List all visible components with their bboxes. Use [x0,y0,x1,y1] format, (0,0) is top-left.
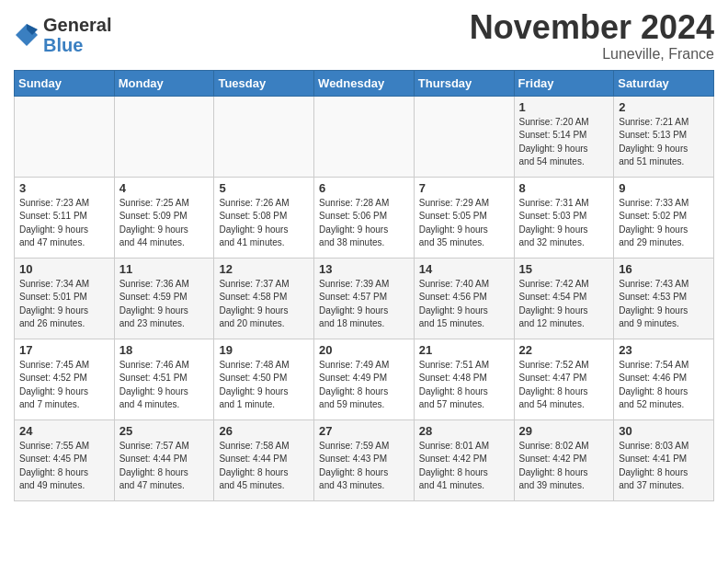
logo-icon [14,22,40,48]
calendar-cell: 12Sunrise: 7:37 AM Sunset: 4:58 PM Dayli… [214,258,314,339]
day-info: Sunrise: 7:28 AM Sunset: 5:06 PM Dayligh… [319,197,409,250]
day-number: 29 [519,424,609,438]
calendar-cell: 27Sunrise: 7:59 AM Sunset: 4:43 PM Dayli… [314,419,415,500]
day-number: 23 [619,343,709,357]
day-info: Sunrise: 7:49 AM Sunset: 4:49 PM Dayligh… [319,359,409,412]
logo: General Blue [14,15,111,55]
logo-general-text: General [43,15,111,35]
calendar-cell: 23Sunrise: 7:54 AM Sunset: 4:46 PM Dayli… [614,339,714,419]
day-info: Sunrise: 7:43 AM Sunset: 4:53 PM Dayligh… [619,278,709,331]
calendar-cell: 4Sunrise: 7:25 AM Sunset: 5:09 PM Daylig… [114,177,214,258]
calendar-week-5: 24Sunrise: 7:55 AM Sunset: 4:45 PM Dayli… [15,419,714,500]
calendar-cell: 1Sunrise: 7:20 AM Sunset: 5:14 PM Daylig… [514,96,614,177]
day-info: Sunrise: 7:37 AM Sunset: 4:58 PM Dayligh… [219,278,309,331]
day-number: 8 [519,181,609,195]
day-number: 4 [119,181,210,195]
day-number: 27 [319,424,409,438]
day-info: Sunrise: 7:33 AM Sunset: 5:02 PM Dayligh… [619,197,709,250]
header-day-thursday: Thursday [414,70,514,96]
day-number: 3 [19,181,109,195]
day-number: 21 [419,343,509,357]
day-info: Sunrise: 7:23 AM Sunset: 5:11 PM Dayligh… [19,197,109,250]
day-info: Sunrise: 7:52 AM Sunset: 4:47 PM Dayligh… [519,359,609,412]
calendar-week-1: 1Sunrise: 7:20 AM Sunset: 5:14 PM Daylig… [15,96,714,177]
calendar-cell: 15Sunrise: 7:42 AM Sunset: 4:54 PM Dayli… [514,258,614,339]
day-info: Sunrise: 7:59 AM Sunset: 4:43 PM Dayligh… [319,440,409,493]
day-info: Sunrise: 7:26 AM Sunset: 5:08 PM Dayligh… [219,197,309,250]
calendar-cell: 17Sunrise: 7:45 AM Sunset: 4:52 PM Dayli… [15,339,115,419]
calendar-cell [15,96,115,177]
day-info: Sunrise: 7:42 AM Sunset: 4:54 PM Dayligh… [519,278,609,331]
calendar-cell: 11Sunrise: 7:36 AM Sunset: 4:59 PM Dayli… [114,258,214,339]
calendar-cell: 8Sunrise: 7:31 AM Sunset: 5:03 PM Daylig… [514,177,614,258]
day-number: 18 [119,343,210,357]
calendar-cell: 13Sunrise: 7:39 AM Sunset: 4:57 PM Dayli… [314,258,415,339]
day-number: 5 [219,181,309,195]
calendar-cell: 30Sunrise: 8:03 AM Sunset: 4:41 PM Dayli… [614,419,714,500]
calendar-cell: 5Sunrise: 7:26 AM Sunset: 5:08 PM Daylig… [214,177,314,258]
calendar-cell [314,96,415,177]
calendar-week-2: 3Sunrise: 7:23 AM Sunset: 5:11 PM Daylig… [15,177,714,258]
header-day-friday: Friday [514,70,614,96]
calendar-cell: 26Sunrise: 7:58 AM Sunset: 4:44 PM Dayli… [214,419,314,500]
day-info: Sunrise: 7:45 AM Sunset: 4:52 PM Dayligh… [19,359,109,412]
header-day-monday: Monday [114,70,214,96]
calendar-cell: 14Sunrise: 7:40 AM Sunset: 4:56 PM Dayli… [414,258,514,339]
calendar-cell: 21Sunrise: 7:51 AM Sunset: 4:48 PM Dayli… [414,339,514,419]
day-number: 28 [419,424,509,438]
month-title: November 2024 [470,9,714,46]
day-number: 11 [119,262,210,276]
calendar-cell: 29Sunrise: 8:02 AM Sunset: 4:42 PM Dayli… [514,419,614,500]
day-info: Sunrise: 7:48 AM Sunset: 4:50 PM Dayligh… [219,359,309,412]
logo-text: General Blue [43,15,111,55]
day-info: Sunrise: 7:55 AM Sunset: 4:45 PM Dayligh… [19,440,109,493]
day-info: Sunrise: 7:46 AM Sunset: 4:51 PM Dayligh… [119,359,210,412]
day-info: Sunrise: 7:58 AM Sunset: 4:44 PM Dayligh… [219,440,309,493]
calendar-cell: 19Sunrise: 7:48 AM Sunset: 4:50 PM Dayli… [214,339,314,419]
calendar-cell: 25Sunrise: 7:57 AM Sunset: 4:44 PM Dayli… [114,419,214,500]
day-info: Sunrise: 7:29 AM Sunset: 5:05 PM Dayligh… [419,197,509,250]
day-number: 30 [619,424,709,438]
calendar-cell [114,96,214,177]
day-number: 26 [219,424,309,438]
day-number: 25 [119,424,210,438]
calendar-cell: 16Sunrise: 7:43 AM Sunset: 4:53 PM Dayli… [614,258,714,339]
calendar-cell: 3Sunrise: 7:23 AM Sunset: 5:11 PM Daylig… [15,177,115,258]
calendar-cell: 9Sunrise: 7:33 AM Sunset: 5:02 PM Daylig… [614,177,714,258]
day-number: 14 [419,262,509,276]
day-number: 19 [219,343,309,357]
calendar-header: SundayMondayTuesdayWednesdayThursdayFrid… [15,70,714,96]
header-row: SundayMondayTuesdayWednesdayThursdayFrid… [15,70,714,96]
calendar-cell [214,96,314,177]
header-day-sunday: Sunday [15,70,115,96]
day-number: 12 [219,262,309,276]
day-number: 24 [19,424,109,438]
day-number: 6 [319,181,409,195]
calendar-week-3: 10Sunrise: 7:34 AM Sunset: 5:01 PM Dayli… [15,258,714,339]
calendar-cell: 28Sunrise: 8:01 AM Sunset: 4:42 PM Dayli… [414,419,514,500]
day-number: 17 [19,343,109,357]
day-number: 9 [619,181,709,195]
header-day-tuesday: Tuesday [214,70,314,96]
location-subtitle: Luneville, France [470,46,714,63]
day-number: 2 [619,100,709,114]
calendar-cell: 6Sunrise: 7:28 AM Sunset: 5:06 PM Daylig… [314,177,415,258]
header: General Blue November 2024 Luneville, Fr… [14,9,714,63]
day-number: 22 [519,343,609,357]
day-info: Sunrise: 7:31 AM Sunset: 5:03 PM Dayligh… [519,197,609,250]
day-number: 7 [419,181,509,195]
day-number: 13 [319,262,409,276]
calendar-cell: 2Sunrise: 7:21 AM Sunset: 5:13 PM Daylig… [614,96,714,177]
day-number: 16 [619,262,709,276]
day-info: Sunrise: 7:20 AM Sunset: 5:14 PM Dayligh… [519,116,609,169]
day-number: 1 [519,100,609,114]
calendar-cell: 10Sunrise: 7:34 AM Sunset: 5:01 PM Dayli… [15,258,115,339]
calendar-cell [414,96,514,177]
calendar-cell: 18Sunrise: 7:46 AM Sunset: 4:51 PM Dayli… [114,339,214,419]
calendar-cell: 20Sunrise: 7:49 AM Sunset: 4:49 PM Dayli… [314,339,415,419]
day-info: Sunrise: 8:02 AM Sunset: 4:42 PM Dayligh… [519,440,609,493]
day-info: Sunrise: 7:34 AM Sunset: 5:01 PM Dayligh… [19,278,109,331]
day-number: 20 [319,343,409,357]
day-info: Sunrise: 7:40 AM Sunset: 4:56 PM Dayligh… [419,278,509,331]
day-info: Sunrise: 7:39 AM Sunset: 4:57 PM Dayligh… [319,278,409,331]
